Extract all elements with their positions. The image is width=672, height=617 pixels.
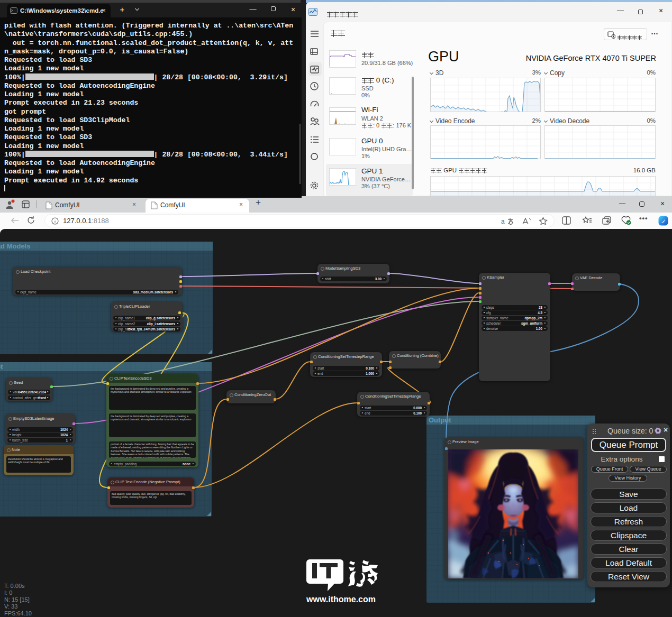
svg-text:a: a — [501, 218, 505, 225]
